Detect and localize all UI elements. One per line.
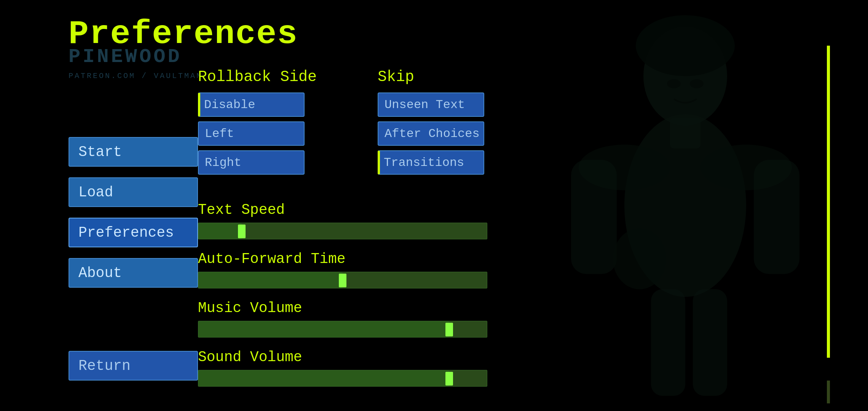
text-speed-fill — [198, 223, 242, 239]
logo-subtext: PATREON.COM / VAULTMAN — [69, 72, 203, 80]
rollback-side-label: Rollback Side — [198, 68, 317, 86]
top-options-row: Rollback Side Disable Left Right Skip Un… — [198, 68, 541, 175]
nav-start[interactable]: Start — [69, 137, 198, 167]
title-section: Preferences PINEWOOD PATREON.COM / VAULT… — [69, 15, 298, 53]
svg-rect-3 — [670, 118, 700, 148]
sound-volume-label: Sound Volume — [198, 349, 541, 365]
svg-rect-10 — [693, 289, 727, 396]
svg-point-11 — [667, 79, 681, 88]
sound-volume-row: Sound Volume — [198, 349, 541, 387]
auto-forward-track[interactable] — [198, 272, 487, 288]
skip-toggle-group: Unseen Text After Choices Transitions — [378, 92, 484, 175]
nav-load[interactable]: Load — [69, 177, 198, 207]
prefs-panel: Rollback Side Disable Left Right Skip Un… — [198, 68, 541, 182]
sound-volume-thumb[interactable] — [445, 372, 453, 386]
skip-label: Skip — [378, 68, 484, 86]
nav-about[interactable]: About — [69, 258, 198, 288]
text-speed-row: Text Speed — [198, 202, 541, 239]
sound-volume-fill — [198, 370, 449, 386]
right-bar-bottom — [827, 381, 830, 403]
rollback-side-section: Rollback Side Disable Left Right — [198, 68, 317, 175]
music-volume-track[interactable] — [198, 321, 487, 338]
svg-point-1 — [636, 15, 735, 76]
svg-point-8 — [613, 228, 666, 289]
sound-volume-track[interactable] — [198, 370, 487, 387]
text-speed-track[interactable] — [198, 223, 487, 239]
skip-section: Skip Unseen Text After Choices Transitio… — [378, 68, 484, 175]
skip-after-choices-btn[interactable]: After Choices — [378, 121, 484, 146]
svg-rect-7 — [754, 160, 799, 274]
music-volume-thumb[interactable] — [445, 323, 453, 336]
skip-transitions-btn[interactable]: Transitions — [378, 150, 484, 175]
character-silhouette — [548, 8, 822, 411]
text-speed-label: Text Speed — [198, 202, 541, 218]
auto-forward-fill — [198, 272, 343, 288]
music-volume-label: Music Volume — [198, 300, 541, 316]
auto-forward-thumb[interactable] — [339, 274, 346, 287]
sidebar-nav: Start Load Preferences About — [69, 137, 198, 288]
right-bar — [827, 46, 830, 358]
svg-point-12 — [690, 79, 704, 88]
nav-preferences[interactable]: Preferences — [69, 218, 198, 247]
rollback-left-btn[interactable]: Left — [198, 121, 305, 146]
logo-text: PINEWOOD — [69, 46, 182, 68]
rollback-right-btn[interactable]: Right — [198, 150, 305, 175]
music-volume-fill — [198, 321, 449, 337]
svg-rect-6 — [571, 160, 617, 274]
music-volume-row: Music Volume — [198, 300, 541, 338]
return-button[interactable]: Return — [69, 351, 198, 381]
rollback-toggle-group: Disable Left Right — [198, 92, 317, 175]
rollback-disable-btn[interactable]: Disable — [198, 92, 305, 117]
skip-unseen-btn[interactable]: Unseen Text — [378, 92, 484, 117]
text-speed-thumb[interactable] — [238, 225, 246, 238]
svg-rect-9 — [651, 289, 685, 396]
auto-forward-row: Auto-Forward Time — [198, 251, 541, 288]
auto-forward-label: Auto-Forward Time — [198, 251, 541, 267]
sliders-section: Text Speed Auto-Forward Time Music Volum… — [198, 202, 541, 398]
